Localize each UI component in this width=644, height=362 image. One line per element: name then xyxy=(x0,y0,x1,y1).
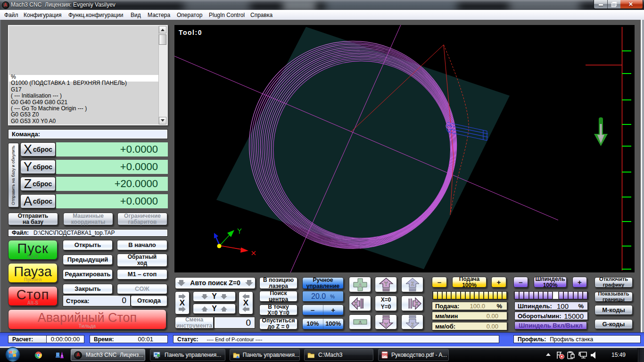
svg-text:X: X xyxy=(415,301,419,306)
svg-text:Z: Z xyxy=(411,281,413,287)
svg-text:Y: Y xyxy=(384,322,388,328)
svg-text:PDF: PDF xyxy=(382,354,388,357)
svg-text:X: X xyxy=(354,301,358,306)
svg-text:A: A xyxy=(358,320,362,325)
svg-text:Z: Z xyxy=(411,322,413,328)
svg-text:A: A xyxy=(358,283,362,288)
svg-text:Y: Y xyxy=(384,281,388,287)
